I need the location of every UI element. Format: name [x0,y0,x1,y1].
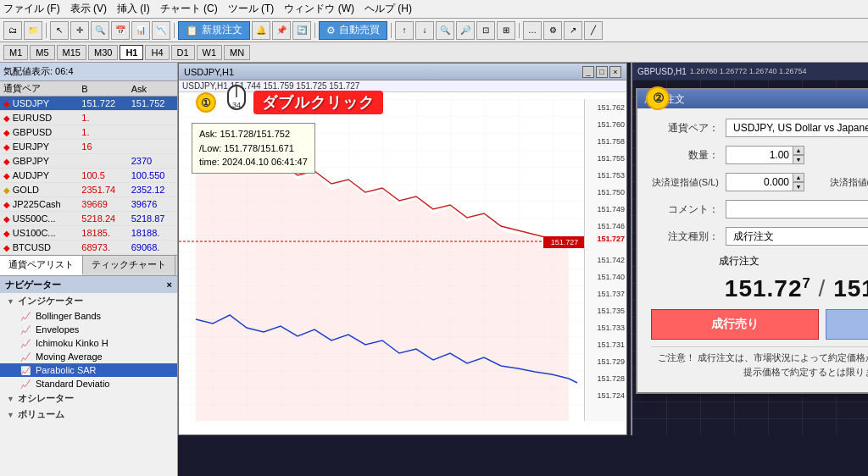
table-row[interactable]: ◆ GBPJPY2370 [0,154,177,169]
toolbar-btn-zoom[interactable]: 🔍 [91,21,109,40]
toolbar-btn-up[interactable]: ↑ [395,21,414,40]
toolbar-btn-cursor[interactable]: ↗ [564,21,582,40]
tab-currency-list[interactable]: 通貨ペアリスト [0,256,83,275]
quantity-down[interactable]: ▼ [793,155,804,164]
left-panel: 気配値表示: 06:4 通貨ペア B Ask ◆ USDJPY151.72215… [0,63,178,476]
nav-item-2[interactable]: 📈Ichimoku Kinko H [0,336,177,350]
nav-item-5[interactable]: 📈Standard Deviatio [0,377,177,390]
tf-w1[interactable]: W1 [197,45,223,60]
bid-cell: 1. [78,111,127,125]
toolbar-btn-fit[interactable]: ⊡ [476,21,495,40]
menu-tools[interactable]: ツール (T) [228,2,275,16]
table-row[interactable]: ◆ AUDJPY100.5100.550 [0,169,177,183]
chart-maximize-btn[interactable]: □ [596,66,608,78]
comment-row: コメント： [651,200,868,219]
symbol-cell: ◆ EURJPY [0,140,78,154]
toolbar-btn-settings[interactable]: ⚙ [543,21,562,40]
currency-select[interactable]: USDJPY, US Dollar vs Japanese Yen [726,119,868,137]
toolbar-btn-5[interactable]: 📊 [131,21,150,40]
chart-close-btn[interactable]: × [609,66,621,78]
sl-down[interactable]: ▼ [793,182,804,191]
sl-up[interactable]: ▲ [793,173,804,182]
table-row[interactable]: ◆ US500C...5218.245218.87 [0,212,177,226]
toolbar-btn-period[interactable]: 📅 [111,21,130,40]
tf-m5[interactable]: M5 [30,45,54,60]
toolbar-btn-more[interactable]: … [523,21,542,40]
tf-m15[interactable]: M15 [57,45,86,60]
toolbar-btn-refresh[interactable]: 🔄 [292,21,311,40]
price-tick-13: 151.731 [597,340,625,349]
symbol-cell: ◆ GBPJPY [0,154,78,169]
order-type-row: 注文種別： 成行注文 [651,227,868,246]
tf-m1[interactable]: M1 [3,45,28,60]
table-row[interactable]: ◆ USDJPY151.722151.752 [0,97,177,111]
navigator-close[interactable]: × [167,280,172,290]
tf-mn[interactable]: MN [224,45,250,60]
usdjpy-chart-titlebar: USDJPY,H1 _ □ × [179,64,626,80]
indicator-icon: 📈 [20,339,32,348]
ask-cell: 18188. [128,226,177,241]
tf-m30[interactable]: M30 [88,45,118,60]
nav-item-3[interactable]: 📈Moving Average [0,350,177,363]
toolbar-btn-arrow[interactable]: ↖ [50,21,69,40]
table-row[interactable]: ◆ US100C...18185.18188. [0,226,177,241]
buy-button[interactable]: 成行買い [826,309,868,340]
annotation-num-1: ① [196,92,216,113]
tab-tick-chart[interactable]: ティックチャート [83,256,175,275]
table-row[interactable]: ◆ JP225Cash3966939676 [0,197,177,212]
bid-cell: 1. [78,125,127,140]
comment-input[interactable] [726,200,868,219]
auto-trade-button[interactable]: ⚙ 自動売買 [319,21,387,40]
table-row[interactable]: ◆ EURJPY16 [0,140,177,154]
tf-d1[interactable]: D1 [171,45,195,60]
quantity-spinner: ▲ ▼ [726,146,804,164]
menu-insert[interactable]: 挿入 (I) [117,2,150,16]
toolbar-btn-1[interactable]: 🗂 [3,21,22,40]
sl-input[interactable] [726,173,793,191]
indicator-icon: 📈 [20,352,32,362]
table-row[interactable]: ◆ GBPUSD1. [0,125,177,140]
gbpusd-title: GBPUSD,H1 [637,67,687,76]
table-row[interactable]: ◆ BTCUSD68973.69068. [0,241,177,255]
usdjpy-chart-body[interactable]: USDJPY,H1 151.744 151.759 151.725 151.72… [179,80,626,434]
tf-h1[interactable]: H1 [120,45,143,60]
toolbar-btn-line[interactable]: ╱ [584,21,603,40]
toolbar-btn-down[interactable]: ↓ [415,21,434,40]
navigator-header: ナビゲーター × [0,276,177,293]
sell-button[interactable]: 成行売り [651,309,819,340]
toolbar-btn-zoom-in[interactable]: 🔍 [436,21,454,40]
toolbar-btn-crosshair[interactable]: ✛ [70,21,89,40]
toolbar-btn-6[interactable]: 📉 [152,21,170,40]
menu-file[interactable]: ファイル (F) [3,2,60,16]
timeframe-bar: M1 M5 M15 M30 H1 H4 D1 W1 MN [0,42,868,63]
chart-minimize-btn[interactable]: _ [582,66,594,78]
symbol-cell: ◆ EURUSD [0,111,78,125]
usdjpy-chart-window: USDJPY,H1 _ □ × USDJPY,H1 151.744 151.75… [178,63,627,435]
menu-view[interactable]: 表示 (V) [70,2,107,16]
nav-item-4[interactable]: 📈Parabolic SAR [0,363,177,377]
table-row[interactable]: ◆ EURUSD1. [0,111,177,125]
new-order-button[interactable]: 📋 新規注文 [178,21,250,40]
menu-window[interactable]: ウィンドウ (W) [284,2,354,16]
ask-price: 151.752 [833,275,868,302]
quantity-spinner-btns: ▲ ▼ [793,146,804,164]
nav-item-0[interactable]: 📈Bollinger Bands [0,309,177,323]
toolbar-btn-grid[interactable]: ⊞ [497,21,515,40]
bid-cell: 100.5 [78,169,127,183]
price-tick-14: 151.729 [597,357,625,366]
toolbar-btn-zoom-out[interactable]: 🔎 [456,21,475,40]
menu-help[interactable]: ヘルプ (H) [364,2,412,16]
nav-section-0[interactable]: ▼ インジケーター [0,293,177,309]
toolbar-btn-7[interactable]: 🔔 [252,21,270,40]
toolbar-btn-8[interactable]: 📌 [272,21,291,40]
quantity-input[interactable] [726,146,793,164]
nav-section-2[interactable]: ▼ ボリューム [0,407,177,423]
quantity-up[interactable]: ▲ [793,146,804,155]
order-type-select[interactable]: 成行注文 [726,227,868,246]
table-row[interactable]: ◆ GOLD2351.742352.12 [0,183,177,197]
tf-h4[interactable]: H4 [145,45,169,60]
menu-chart[interactable]: チャート (C) [160,2,218,16]
nav-item-1[interactable]: 📈Envelopes [0,323,177,336]
nav-section-1[interactable]: ▼ オシレーター [0,390,177,407]
toolbar-btn-2[interactable]: 📁 [24,21,42,40]
